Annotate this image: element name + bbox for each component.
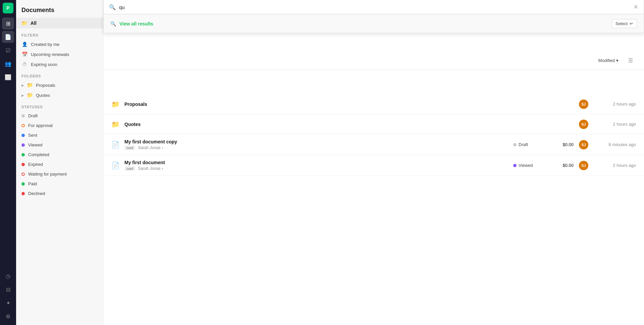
row-name: Proposals — [124, 102, 147, 107]
expiring-soon-label: Expiring soon — [31, 62, 57, 67]
row-name: My first document copy — [124, 139, 177, 144]
status-item-viewed[interactable]: Viewed — [16, 140, 103, 150]
row-time: 8 minutes ago — [592, 142, 636, 147]
folders-label: FOLDERS — [16, 69, 103, 80]
document-icon-2: 📄 — [111, 161, 120, 170]
view-toggle-button[interactable]: ☰ — [625, 55, 636, 66]
dot-declined-icon — [21, 192, 25, 195]
search-icon-2: 🔍 — [110, 21, 116, 26]
status-label: Draft — [519, 142, 528, 147]
dot-paid-icon — [21, 182, 25, 186]
folder-icon-2: 📁 — [111, 120, 120, 128]
row-amount: $0.00 — [547, 163, 574, 168]
search-overlay: 🔍 ✕ 🔍 View all results Select ↵ — [103, 0, 644, 33]
nav-analytics[interactable]: ◷ — [2, 270, 14, 282]
view-all-label: View all results — [119, 21, 153, 26]
row-name: Quotes — [124, 122, 141, 127]
row-owner[interactable]: Sarah Jonas ▾ — [138, 145, 163, 150]
completed-label: Completed — [28, 152, 49, 157]
row-time: 2 hours ago — [592, 163, 636, 168]
row-tag: cool — [124, 166, 135, 171]
filters-label: FILTERS — [16, 28, 103, 39]
content-header: Modified ▾ ☰ — [103, 51, 644, 70]
row-time: 2 hours ago — [592, 122, 636, 127]
sort-label: Modified — [598, 58, 615, 63]
search-input[interactable] — [119, 4, 630, 10]
search-clear-button[interactable]: ✕ — [633, 3, 638, 11]
row-avatar: SJ — [579, 100, 588, 109]
status-item-completed[interactable]: Completed — [16, 150, 103, 159]
search-view-all-row: 🔍 View all results Select ↵ — [104, 14, 644, 33]
status-item-for-approval[interactable]: For approval — [16, 121, 103, 130]
draft-label: Draft — [28, 113, 38, 118]
view-columns-icon: ☰ — [628, 57, 633, 64]
search-dropdown: 🔍 View all results Select ↵ — [103, 14, 644, 33]
sidebar-item-all[interactable]: 📁 All — [16, 18, 103, 28]
row-status: Draft — [513, 142, 547, 147]
status-item-waiting[interactable]: Waiting for payment — [16, 169, 103, 179]
dot-draft-icon — [21, 114, 25, 118]
nav-grid[interactable]: ⊞ — [2, 17, 14, 29]
sort-button[interactable]: Modified ▾ — [596, 56, 621, 65]
sidebar-title: Documents — [16, 0, 103, 18]
status-label: Viewed — [519, 163, 533, 168]
table-row[interactable]: 📄 My first document copy cool Sarah Jona… — [103, 134, 644, 155]
status-item-expired[interactable]: Expired — [16, 159, 103, 169]
sidebar-item-created-by-me[interactable]: 👤 Created by me — [16, 39, 103, 49]
row-avatar: SJ — [579, 120, 588, 129]
table-row[interactable]: 📁 Proposals SJ 2 hours ago — [103, 94, 644, 114]
folder-proposals-icon: 📁 — [27, 82, 33, 88]
clock-icon: ⏱ — [21, 62, 28, 67]
nav-integrations[interactable]: ✦ — [2, 297, 14, 309]
table-area: 📁 Proposals SJ 2 hours ago 📁 Quotes SJ 2… — [103, 94, 644, 325]
folder-all-icon: 📁 — [21, 20, 27, 26]
chevron-right-icon: ▶ — [21, 83, 24, 87]
status-dot-viewed-icon — [513, 164, 517, 167]
row-content: Quotes — [124, 122, 141, 127]
row-amount: $0.00 — [547, 142, 574, 147]
table-row[interactable]: 📄 My first document cool Sarah Jonas ▾ V… — [103, 155, 644, 176]
calendar-icon: 📅 — [21, 52, 28, 57]
dot-completed-icon — [21, 153, 25, 156]
status-item-declined[interactable]: Declined — [16, 189, 103, 198]
nav-contacts[interactable]: 👥 — [2, 58, 14, 70]
row-owner[interactable]: Sarah Jonas ▾ — [138, 166, 163, 171]
folder-icon: 📁 — [111, 100, 120, 108]
upcoming-renewals-label: Upcoming renewals — [31, 52, 69, 57]
row-content: My first document copy cool Sarah Jonas … — [124, 139, 177, 150]
status-item-sent[interactable]: Sent — [16, 130, 103, 140]
sidebar-item-expiring-soon[interactable]: ⏱ Expiring soon — [16, 59, 103, 69]
owner-name: Sarah Jonas — [138, 145, 160, 150]
row-meta: cool Sarah Jonas ▾ — [124, 145, 177, 150]
dot-viewed-icon — [21, 143, 25, 147]
row-status: Viewed — [513, 163, 547, 168]
sidebar-item-quotes[interactable]: ▶ 📁 Quotes — [16, 90, 103, 100]
sidebar-item-upcoming-renewals[interactable]: 📅 Upcoming renewals — [16, 49, 103, 59]
created-by-me-label: Created by me — [31, 42, 59, 47]
row-content: Proposals — [124, 102, 147, 107]
nav-tasks[interactable]: ☑ — [2, 44, 14, 56]
nav-documents[interactable]: 📄 — [2, 31, 14, 43]
select-button[interactable]: Select ↵ — [612, 19, 637, 28]
nav-settings[interactable]: ⚙ — [2, 310, 14, 322]
row-avatar: SJ — [579, 161, 588, 170]
status-item-paid[interactable]: Paid — [16, 179, 103, 189]
declined-label: Declined — [28, 191, 45, 196]
view-all-results-button[interactable]: 🔍 View all results — [110, 21, 153, 26]
folder-quotes-icon: 📁 — [27, 92, 33, 98]
nav-products[interactable]: ⬜ — [2, 71, 14, 83]
owner-name: Sarah Jonas — [138, 166, 160, 171]
app-logo[interactable]: P — [3, 3, 13, 13]
select-label: Select — [615, 21, 628, 26]
row-time: 2 hours ago — [592, 102, 636, 107]
row-name: My first document — [124, 160, 165, 165]
person-icon: 👤 — [21, 42, 28, 47]
sidebar-item-proposals[interactable]: ▶ 📁 Proposals — [16, 80, 103, 90]
table-row[interactable]: 📁 Quotes SJ 2 hours ago — [103, 114, 644, 134]
row-content: My first document cool Sarah Jonas ▾ — [124, 160, 165, 171]
nav-templates[interactable]: ⊟ — [2, 283, 14, 296]
proposals-folder-label: Proposals — [36, 83, 55, 88]
status-item-draft[interactable]: Draft — [16, 111, 103, 121]
waiting-label: Waiting for payment — [28, 172, 67, 177]
quotes-folder-label: Quotes — [36, 93, 50, 98]
